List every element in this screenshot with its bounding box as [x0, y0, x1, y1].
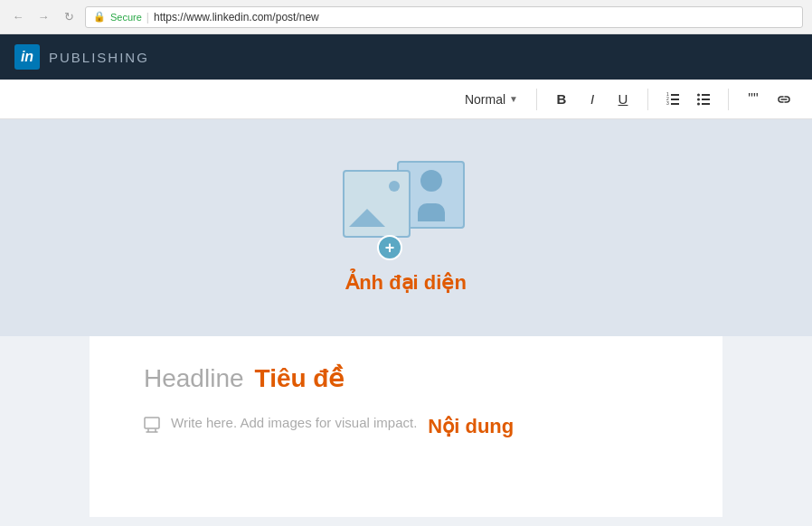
content-icon	[144, 417, 160, 437]
svg-point-11	[697, 102, 700, 105]
text-style-label: Normal	[465, 92, 505, 107]
svg-point-9	[697, 93, 700, 96]
toolbar-separator-3	[728, 89, 729, 110]
svg-rect-7	[702, 99, 710, 100]
blockquote-button[interactable]: " "	[740, 86, 767, 113]
svg-rect-12	[145, 418, 159, 428]
logo-letter: in	[21, 49, 33, 65]
content-vi-label: Nội dung	[428, 415, 514, 438]
url-text: https://www.linkedin.com/post/new	[154, 11, 319, 23]
svg-rect-1	[671, 99, 679, 100]
secure-label: Secure	[110, 12, 142, 23]
link-icon	[777, 92, 791, 107]
headline-row: Headline Tiêu đề	[144, 363, 668, 393]
bold-icon: B	[557, 91, 567, 107]
address-bar[interactable]: 🔒 Secure | https://www.linkedin.com/post…	[85, 6, 803, 28]
linkedin-logo: in	[14, 44, 40, 70]
back-button[interactable]: ←	[9, 8, 27, 26]
toolbar-separator-2	[647, 89, 648, 110]
bold-button[interactable]: B	[548, 86, 575, 113]
text-style-dropdown[interactable]: Normal ▼	[458, 89, 525, 110]
ordered-list-icon: 1 2 3	[666, 92, 680, 107]
svg-text:3: 3	[666, 100, 669, 106]
unordered-list-icon	[696, 92, 711, 107]
article-area[interactable]: Headline Tiêu đề Write here. Add images …	[90, 336, 722, 517]
toolbar-separator-1	[536, 89, 537, 110]
svg-rect-0	[671, 94, 679, 96]
italic-button[interactable]: I	[579, 86, 606, 113]
link-button[interactable]	[770, 86, 798, 113]
main-content: + Ảnh đại diện Headline Tiêu đề Write he…	[0, 119, 812, 526]
editor-toolbar: Normal ▼ B I U 1 2 3 " "	[0, 80, 812, 119]
refresh-button[interactable]: ↻	[60, 8, 78, 26]
secure-icon: 🔒	[93, 11, 106, 23]
svg-rect-8	[702, 103, 710, 105]
content-placeholder[interactable]: Write here. Add images for visual impact…	[171, 415, 417, 430]
url-divider: |	[146, 11, 149, 23]
svg-rect-2	[671, 103, 679, 105]
unordered-list-button[interactable]	[690, 86, 717, 113]
image-upload-icon: +	[343, 161, 469, 260]
forward-button[interactable]: →	[34, 8, 52, 26]
svg-point-10	[697, 98, 700, 100]
headline-vi-label: Tiêu đề	[255, 363, 345, 393]
cover-image-area[interactable]: + Ảnh đại diện	[0, 119, 812, 336]
ordered-list-button[interactable]: 1 2 3	[659, 86, 686, 113]
chevron-down-icon: ▼	[509, 94, 518, 104]
underline-button[interactable]: U	[609, 86, 637, 113]
headline-placeholder[interactable]: Headline	[144, 364, 244, 393]
cover-image-label: Ảnh đại diện	[345, 271, 467, 295]
underline-icon: U	[618, 91, 628, 107]
add-image-plus: +	[377, 235, 402, 260]
svg-rect-6	[702, 94, 710, 96]
publishing-label: PUBLISHING	[49, 50, 149, 65]
content-row: Write here. Add images for visual impact…	[144, 415, 668, 438]
landscape-card	[343, 170, 411, 238]
browser-bar: ← → ↻ 🔒 Secure | https://www.linkedin.co…	[0, 0, 812, 34]
linkedin-header: in PUBLISHING	[0, 34, 812, 80]
blockquote-icon-2: "	[753, 91, 759, 108]
italic-icon: I	[590, 91, 594, 107]
